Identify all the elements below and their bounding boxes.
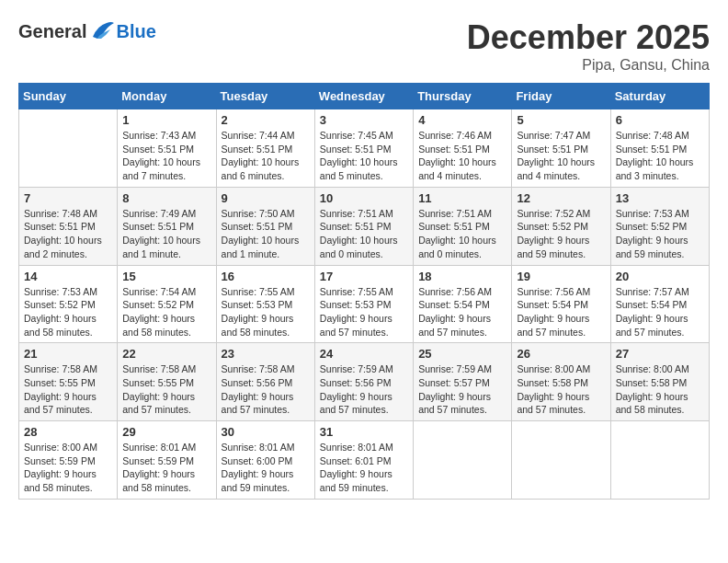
day-info: Sunrise: 7:53 AM Sunset: 5:52 PM Dayligh… [24, 285, 112, 339]
day-number: 18 [418, 270, 506, 283]
calendar-cell: 18Sunrise: 7:56 AM Sunset: 5:54 PM Dayli… [414, 265, 512, 343]
day-info: Sunrise: 7:48 AM Sunset: 5:51 PM Dayligh… [24, 207, 112, 261]
day-info: Sunrise: 7:57 AM Sunset: 5:54 PM Dayligh… [616, 285, 704, 339]
calendar-cell: 20Sunrise: 7:57 AM Sunset: 5:54 PM Dayli… [610, 265, 709, 343]
calendar-cell [610, 421, 709, 500]
day-info: Sunrise: 7:43 AM Sunset: 5:51 PM Dayligh… [122, 129, 210, 183]
calendar-cell: 10Sunrise: 7:51 AM Sunset: 5:51 PM Dayli… [314, 187, 413, 265]
calendar-cell: 4Sunrise: 7:46 AM Sunset: 5:51 PM Daylig… [414, 109, 512, 188]
calendar-cell: 9Sunrise: 7:50 AM Sunset: 5:51 PM Daylig… [216, 187, 314, 265]
day-number: 10 [320, 191, 408, 205]
day-number: 23 [222, 347, 310, 361]
day-number: 26 [517, 347, 605, 361]
day-number: 2 [222, 113, 310, 127]
day-info: Sunrise: 7:54 AM Sunset: 5:52 PM Dayligh… [122, 285, 210, 339]
day-number: 27 [616, 347, 704, 361]
day-info: Sunrise: 7:44 AM Sunset: 5:51 PM Dayligh… [222, 129, 310, 183]
day-info: Sunrise: 8:01 AM Sunset: 5:59 PM Dayligh… [122, 441, 210, 495]
calendar-cell: 3Sunrise: 7:45 AM Sunset: 5:51 PM Daylig… [314, 109, 413, 188]
day-info: Sunrise: 7:51 AM Sunset: 5:51 PM Dayligh… [418, 207, 506, 261]
calendar-cell: 27Sunrise: 8:00 AM Sunset: 5:58 PM Dayli… [610, 343, 709, 421]
day-info: Sunrise: 7:46 AM Sunset: 5:51 PM Dayligh… [418, 129, 506, 183]
calendar-week-row: 7Sunrise: 7:48 AM Sunset: 5:51 PM Daylig… [19, 187, 710, 265]
calendar-week-row: 28Sunrise: 8:00 AM Sunset: 5:59 PM Dayli… [19, 421, 710, 500]
day-number: 9 [222, 191, 310, 205]
day-number: 7 [24, 191, 112, 205]
calendar-header: SundayMondayTuesdayWednesdayThursdayFrid… [19, 84, 710, 109]
day-info: Sunrise: 8:00 AM Sunset: 5:58 PM Dayligh… [616, 362, 704, 417]
day-number: 6 [616, 113, 704, 127]
title-block: December 2025 Pipa, Gansu, China [467, 18, 710, 74]
day-number: 24 [320, 347, 408, 361]
calendar-cell: 11Sunrise: 7:51 AM Sunset: 5:51 PM Dayli… [414, 187, 512, 265]
calendar-cell [512, 421, 610, 500]
calendar-cell: 29Sunrise: 8:01 AM Sunset: 5:59 PM Dayli… [118, 421, 216, 500]
day-number: 14 [24, 270, 112, 283]
day-info: Sunrise: 7:58 AM Sunset: 5:55 PM Dayligh… [24, 362, 112, 417]
day-number: 11 [418, 191, 506, 205]
day-number: 25 [418, 347, 506, 361]
calendar-cell: 25Sunrise: 7:59 AM Sunset: 5:57 PM Dayli… [414, 343, 512, 421]
day-number: 28 [24, 425, 112, 439]
day-info: Sunrise: 7:47 AM Sunset: 5:51 PM Dayligh… [517, 129, 605, 183]
calendar-cell: 30Sunrise: 8:01 AM Sunset: 6:00 PM Dayli… [216, 421, 314, 500]
logo-bird-icon [88, 18, 116, 44]
day-number: 13 [616, 191, 704, 205]
calendar-cell: 31Sunrise: 8:01 AM Sunset: 6:01 PM Dayli… [314, 421, 413, 500]
calendar-cell: 22Sunrise: 7:58 AM Sunset: 5:55 PM Dayli… [118, 343, 216, 421]
location: Pipa, Gansu, China [467, 57, 710, 74]
calendar-cell: 16Sunrise: 7:55 AM Sunset: 5:53 PM Dayli… [216, 265, 314, 343]
day-info: Sunrise: 7:45 AM Sunset: 5:51 PM Dayligh… [320, 129, 408, 183]
calendar-cell: 23Sunrise: 7:58 AM Sunset: 5:56 PM Dayli… [216, 343, 314, 421]
day-info: Sunrise: 8:01 AM Sunset: 6:00 PM Dayligh… [222, 441, 310, 495]
day-number: 30 [222, 425, 310, 439]
logo-blue-text: Blue [116, 21, 155, 42]
day-of-week-header: Thursday [414, 84, 512, 109]
day-of-week-header: Wednesday [314, 84, 413, 109]
calendar-cell: 24Sunrise: 7:59 AM Sunset: 5:56 PM Dayli… [314, 343, 413, 421]
calendar-week-row: 1Sunrise: 7:43 AM Sunset: 5:51 PM Daylig… [19, 109, 710, 188]
calendar-cell: 15Sunrise: 7:54 AM Sunset: 5:52 PM Dayli… [118, 265, 216, 343]
calendar-cell: 21Sunrise: 7:58 AM Sunset: 5:55 PM Dayli… [19, 343, 118, 421]
page-header: General Blue December 2025 Pipa, Gansu, … [18, 18, 710, 74]
day-number: 22 [122, 347, 210, 361]
day-info: Sunrise: 7:58 AM Sunset: 5:55 PM Dayligh… [122, 362, 210, 417]
month-title: December 2025 [467, 18, 710, 57]
day-number: 21 [24, 347, 112, 361]
day-of-week-header: Saturday [610, 84, 709, 109]
day-info: Sunrise: 7:56 AM Sunset: 5:54 PM Dayligh… [418, 285, 506, 339]
day-info: Sunrise: 8:00 AM Sunset: 5:58 PM Dayligh… [517, 362, 605, 417]
calendar-body: 1Sunrise: 7:43 AM Sunset: 5:51 PM Daylig… [19, 109, 710, 500]
day-number: 3 [320, 113, 408, 127]
calendar-cell: 8Sunrise: 7:49 AM Sunset: 5:51 PM Daylig… [118, 187, 216, 265]
calendar-week-row: 14Sunrise: 7:53 AM Sunset: 5:52 PM Dayli… [19, 265, 710, 343]
day-info: Sunrise: 7:56 AM Sunset: 5:54 PM Dayligh… [517, 285, 605, 339]
calendar-cell: 17Sunrise: 7:55 AM Sunset: 5:53 PM Dayli… [314, 265, 413, 343]
day-info: Sunrise: 7:48 AM Sunset: 5:51 PM Dayligh… [616, 129, 704, 183]
calendar-cell [19, 109, 118, 188]
day-info: Sunrise: 7:51 AM Sunset: 5:51 PM Dayligh… [320, 207, 408, 261]
calendar-cell: 5Sunrise: 7:47 AM Sunset: 5:51 PM Daylig… [512, 109, 610, 188]
day-info: Sunrise: 7:55 AM Sunset: 5:53 PM Dayligh… [320, 285, 408, 339]
calendar-cell: 7Sunrise: 7:48 AM Sunset: 5:51 PM Daylig… [19, 187, 118, 265]
day-info: Sunrise: 7:55 AM Sunset: 5:53 PM Dayligh… [222, 285, 310, 339]
logo: General Blue [18, 18, 156, 44]
day-info: Sunrise: 7:50 AM Sunset: 5:51 PM Dayligh… [222, 207, 310, 261]
day-info: Sunrise: 8:01 AM Sunset: 6:01 PM Dayligh… [320, 441, 408, 495]
day-number: 19 [517, 270, 605, 283]
day-of-week-header: Tuesday [216, 84, 314, 109]
day-info: Sunrise: 7:52 AM Sunset: 5:52 PM Dayligh… [517, 207, 605, 261]
calendar-cell: 14Sunrise: 7:53 AM Sunset: 5:52 PM Dayli… [19, 265, 118, 343]
calendar-cell: 28Sunrise: 8:00 AM Sunset: 5:59 PM Dayli… [19, 421, 118, 500]
day-number: 4 [418, 113, 506, 127]
calendar-week-row: 21Sunrise: 7:58 AM Sunset: 5:55 PM Dayli… [19, 343, 710, 421]
day-of-week-header: Friday [512, 84, 610, 109]
day-info: Sunrise: 7:49 AM Sunset: 5:51 PM Dayligh… [122, 207, 210, 261]
day-number: 15 [122, 270, 210, 283]
calendar-cell: 6Sunrise: 7:48 AM Sunset: 5:51 PM Daylig… [610, 109, 709, 188]
calendar-cell: 13Sunrise: 7:53 AM Sunset: 5:52 PM Dayli… [610, 187, 709, 265]
day-number: 8 [122, 191, 210, 205]
day-number: 17 [320, 270, 408, 283]
header-row: SundayMondayTuesdayWednesdayThursdayFrid… [19, 84, 710, 109]
day-number: 5 [517, 113, 605, 127]
